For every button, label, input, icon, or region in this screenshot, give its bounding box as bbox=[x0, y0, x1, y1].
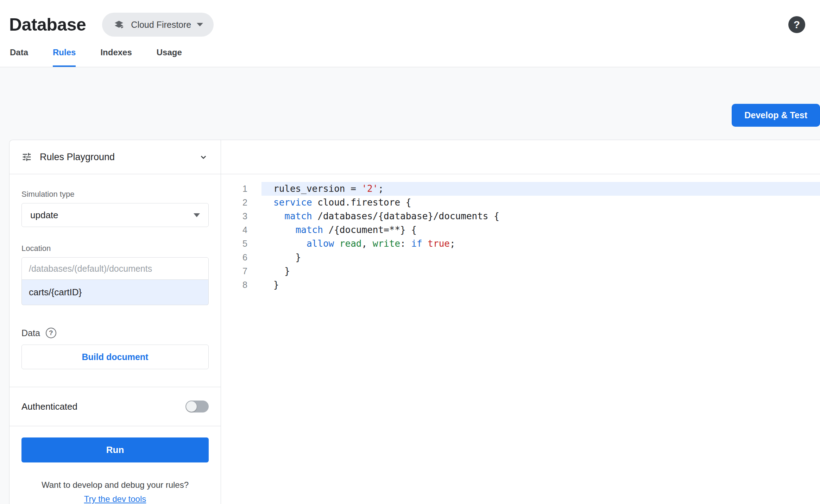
main-content: Develop & Test Rules Playground bbox=[0, 67, 820, 504]
tune-icon bbox=[21, 152, 32, 162]
collapse-chevron-icon[interactable] bbox=[198, 152, 209, 162]
line-number: 2 bbox=[221, 196, 261, 209]
simulation-type-label: Simulation type bbox=[21, 190, 209, 199]
page-title: Database bbox=[9, 14, 86, 35]
code-line[interactable]: 6 } bbox=[221, 251, 820, 264]
code-line[interactable]: 1rules_version = '2'; bbox=[221, 182, 820, 196]
code-line[interactable]: 7 } bbox=[221, 264, 820, 278]
line-number: 6 bbox=[221, 251, 261, 264]
code-line[interactable]: 3 match /databases/{database}/documents … bbox=[221, 209, 820, 223]
simulation-type-value: update bbox=[30, 210, 194, 221]
tab-usage[interactable]: Usage bbox=[157, 47, 182, 67]
code-text: } bbox=[261, 251, 820, 264]
chevron-down-icon bbox=[197, 23, 203, 26]
dev-tools-link[interactable]: Try the dev tools bbox=[84, 494, 146, 504]
data-label: Data bbox=[21, 328, 40, 338]
code-line[interactable]: 4 match /{document=**} { bbox=[221, 223, 820, 237]
select-caret-icon bbox=[194, 213, 200, 217]
line-number: 7 bbox=[221, 264, 261, 278]
rules-editor: 1rules_version = '2';2service cloud.fire… bbox=[221, 140, 820, 504]
help-icon[interactable]: ? bbox=[788, 16, 805, 33]
build-document-button[interactable]: Build document bbox=[21, 345, 209, 369]
tab-rules[interactable]: Rules bbox=[53, 47, 76, 67]
line-number: 4 bbox=[221, 223, 261, 237]
code-text: } bbox=[261, 264, 820, 278]
app-header: Database Cloud Firestore ? Data Rules In… bbox=[0, 0, 820, 67]
code-line[interactable]: 8} bbox=[221, 278, 820, 292]
authenticated-label: Authenticated bbox=[21, 401, 77, 412]
code-text: } bbox=[261, 278, 820, 292]
editor-toolbar bbox=[221, 140, 820, 174]
rules-playground-header[interactable]: Rules Playground bbox=[10, 140, 221, 174]
tab-bar: Data Rules Indexes Usage bbox=[9, 47, 807, 67]
code-lines[interactable]: 1rules_version = '2';2service cloud.fire… bbox=[221, 174, 820, 292]
location-prefix-input[interactable] bbox=[21, 257, 209, 280]
rules-playground-panel: Rules Playground Simulation type update … bbox=[10, 140, 221, 504]
develop-test-button[interactable]: Develop & Test bbox=[732, 104, 820, 127]
code-line[interactable]: 5 allow read, write: if true; bbox=[221, 237, 820, 251]
dev-tools-prompt: Want to develop and debug your rules? bbox=[21, 480, 209, 490]
code-text: rules_version = '2'; bbox=[261, 182, 820, 196]
code-text: match /databases/{database}/documents { bbox=[261, 209, 820, 223]
line-number: 3 bbox=[221, 209, 261, 223]
location-path-input[interactable] bbox=[21, 280, 209, 305]
line-number: 5 bbox=[221, 237, 261, 251]
code-text: match /{document=**} { bbox=[261, 223, 820, 237]
data-help-icon[interactable]: ? bbox=[46, 328, 56, 338]
rules-card: Rules Playground Simulation type update … bbox=[9, 140, 820, 504]
line-number: 1 bbox=[221, 182, 261, 196]
tab-data[interactable]: Data bbox=[10, 47, 28, 67]
product-switcher[interactable]: Cloud Firestore bbox=[102, 13, 214, 37]
authenticated-toggle[interactable] bbox=[185, 401, 209, 412]
run-button[interactable]: Run bbox=[21, 437, 209, 462]
rules-playground-title: Rules Playground bbox=[40, 152, 115, 163]
line-number: 8 bbox=[221, 278, 261, 292]
tab-indexes[interactable]: Indexes bbox=[100, 47, 132, 67]
code-text: service cloud.firestore { bbox=[261, 196, 820, 209]
toggle-thumb bbox=[186, 401, 197, 412]
code-text: allow read, write: if true; bbox=[261, 237, 820, 251]
location-label: Location bbox=[21, 244, 209, 253]
product-switcher-label: Cloud Firestore bbox=[131, 20, 191, 30]
code-line[interactable]: 2service cloud.firestore { bbox=[221, 196, 820, 209]
firestore-icon bbox=[113, 18, 125, 31]
simulation-type-select[interactable]: update bbox=[21, 203, 209, 227]
